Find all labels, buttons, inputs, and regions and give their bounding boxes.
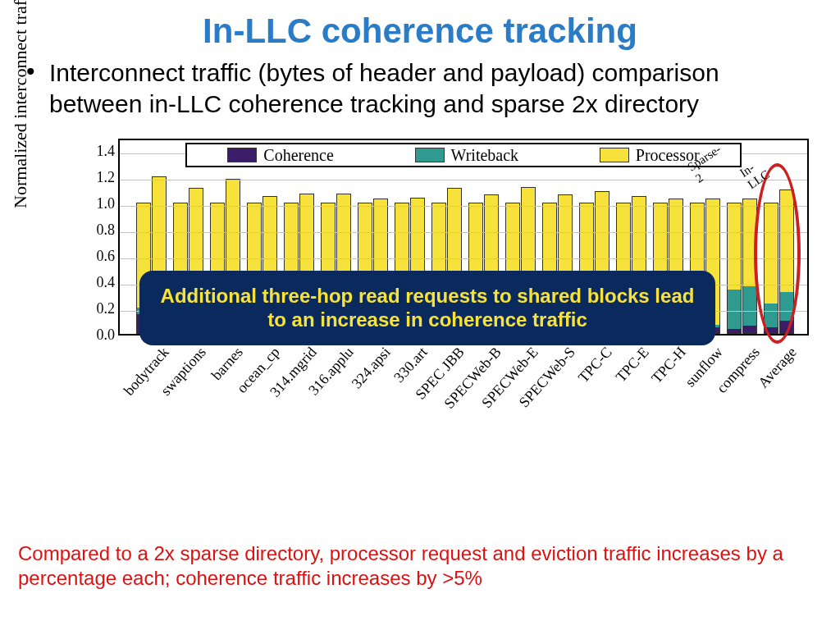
slide-title: In-LLC coherence tracking (0, 0, 840, 51)
y-tick: 0.2 (97, 300, 121, 317)
y-tick: 0.6 (97, 248, 121, 265)
legend-item-processor: Processor (600, 146, 700, 165)
bar (779, 189, 794, 334)
bar (727, 203, 742, 334)
y-axis-label: Normalized interconnect traffic (10, 0, 31, 208)
legend-item-writeback: Writeback (415, 146, 518, 165)
bar-group (764, 189, 794, 334)
bullet-text: Interconnect traffic (bytes of header an… (0, 51, 840, 119)
y-tick: 0.4 (97, 274, 121, 291)
footer-text: Compared to a 2x sparse directory, proce… (18, 541, 822, 591)
bar (764, 203, 778, 334)
y-tick: 0.0 (97, 326, 121, 344)
bar (742, 199, 757, 334)
y-tick: 1.0 (97, 195, 121, 212)
legend-item-coherence: Coherence (227, 146, 334, 165)
callout-box: Additional three-hop read requests to sh… (139, 271, 715, 345)
legend: Coherence Writeback Processor (185, 143, 742, 167)
x-axis-labels: bodytrackswaptionsbarnesocean_cp314.mgri… (118, 340, 809, 447)
bar-group (727, 199, 757, 334)
y-tick: 1.2 (97, 169, 121, 186)
y-tick: 1.4 (97, 143, 121, 160)
y-tick: 0.8 (97, 221, 121, 239)
